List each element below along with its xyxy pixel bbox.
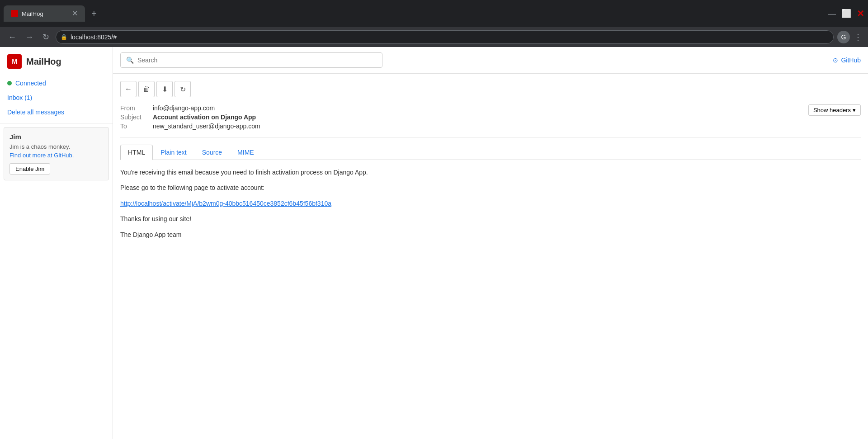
back-to-list-button[interactable]: ← (120, 81, 137, 97)
jim-description: Jim is a chaos monkey. (9, 143, 103, 150)
subject-label: Subject (120, 113, 147, 121)
back-arrow-icon: ← (125, 85, 132, 93)
tab-mime[interactable]: MIME (230, 145, 262, 160)
email-metadata: From info@django-app.com Subject Account… (120, 104, 861, 137)
activation-link[interactable]: http://localhost/activate/MjA/b2wm0g-40b… (120, 200, 331, 207)
tab-favicon-icon (11, 10, 18, 17)
email-activation-link-paragraph: http://localhost/activate/MjA/b2wm0g-40b… (120, 198, 861, 208)
connected-status-icon (7, 81, 12, 85)
forward-button[interactable]: → (23, 31, 36, 44)
nav-right: G ⋮ (837, 31, 863, 43)
show-headers-label: Show headers (813, 107, 851, 113)
from-row: From info@django-app.com (120, 104, 861, 112)
sidebar-divider (0, 123, 113, 123)
email-tabs: HTML Plain text Source MIME (120, 145, 861, 160)
inbox-label: Inbox (1) (7, 94, 32, 101)
github-label: GitHub (841, 57, 861, 64)
email-line-4: The Django App team (120, 230, 861, 240)
enable-jim-button[interactable]: Enable Jim (9, 163, 50, 175)
browser-tab[interactable]: MailHog ✕ (4, 5, 85, 22)
download-email-button[interactable]: ⬇ (156, 81, 173, 97)
tab-html[interactable]: HTML (120, 145, 153, 160)
connected-label: Connected (15, 80, 46, 87)
to-label: To (120, 123, 147, 130)
top-bar: 🔍 ⊙ GitHub (113, 47, 868, 74)
new-tab-button[interactable]: + (88, 7, 100, 21)
nav-bar: ← → ↻ 🔒 localhost:8025/# G ⋮ (0, 27, 868, 47)
email-toolbar: ← 🗑 ⬇ ↻ (120, 81, 861, 97)
download-icon: ⬇ (162, 85, 168, 94)
close-button[interactable]: ✕ (857, 8, 864, 19)
github-link[interactable]: ⊙ GitHub (833, 57, 861, 64)
app-title: MailHog (26, 57, 61, 67)
tab-source[interactable]: Source (194, 145, 230, 160)
sidebar-item-inbox[interactable]: Inbox (1) (0, 90, 113, 105)
delete-all-label: Delete all messages (7, 109, 64, 116)
window-controls: — ⬜ ✕ (828, 8, 864, 19)
email-viewer: ← 🗑 ⬇ ↻ From info@django-app.com (113, 74, 868, 439)
tab-close-button[interactable]: ✕ (72, 10, 78, 17)
app-container: M MailHog Connected Inbox (1) Delete all… (0, 47, 868, 439)
browser-chrome: MailHog ✕ + — ⬜ ✕ (0, 0, 868, 27)
minimize-button[interactable]: — (828, 9, 836, 19)
tab-title: MailHog (22, 10, 43, 17)
back-button[interactable]: ← (5, 31, 19, 44)
search-box[interactable]: 🔍 (120, 52, 382, 68)
email-line-3: Thanks for using our site! (120, 214, 861, 224)
delete-email-button[interactable]: 🗑 (138, 81, 155, 97)
logo-icon: M (7, 54, 22, 69)
lock-icon: 🔒 (61, 34, 67, 40)
jim-title: Jim (9, 133, 103, 141)
email-body: You're receiving this email because you … (120, 167, 861, 240)
address-bar[interactable]: 🔒 localhost:8025/# (56, 30, 834, 44)
sidebar: M MailHog Connected Inbox (1) Delete all… (0, 47, 113, 439)
search-icon: 🔍 (126, 57, 134, 64)
subject-value: Account activation on Django App (153, 113, 256, 121)
show-headers-button[interactable]: Show headers ▾ (808, 104, 861, 116)
profile-initial: G (841, 33, 846, 41)
address-text: localhost:8025/# (71, 33, 117, 41)
jim-section: Jim Jim is a chaos monkey. Find out more… (4, 127, 109, 180)
browser-menu-button[interactable]: ⋮ (854, 32, 863, 42)
reload-button[interactable]: ↻ (40, 30, 52, 44)
from-label: From (120, 104, 147, 112)
jim-github-link[interactable]: Find out more at GitHub. (9, 152, 103, 159)
subject-row: Subject Account activation on Django App (120, 113, 861, 121)
sidebar-item-connected: Connected (0, 76, 113, 90)
email-line-1: You're receiving this email because you … (120, 167, 861, 177)
profile-icon[interactable]: G (837, 31, 850, 43)
to-row: To new_standard_user@django-app.com (120, 123, 861, 130)
search-input[interactable] (137, 57, 377, 64)
refresh-icon: ↻ (180, 85, 186, 94)
sidebar-item-delete-all[interactable]: Delete all messages (0, 105, 113, 119)
main-content: 🔍 ⊙ GitHub ← 🗑 ⬇ ↻ (113, 47, 868, 439)
app-logo: M MailHog (0, 54, 113, 76)
chevron-down-icon: ▾ (853, 107, 856, 113)
delete-icon: 🗑 (143, 85, 150, 93)
refresh-button[interactable]: ↻ (175, 81, 191, 97)
github-icon: ⊙ (833, 57, 838, 64)
from-value: info@django-app.com (153, 104, 215, 112)
tab-bar: MailHog ✕ + (4, 5, 824, 22)
email-line-2: Please go to the following page to activ… (120, 183, 861, 193)
to-value: new_standard_user@django-app.com (153, 123, 260, 130)
maximize-button[interactable]: ⬜ (841, 9, 851, 19)
tab-plain-text[interactable]: Plain text (153, 145, 194, 160)
